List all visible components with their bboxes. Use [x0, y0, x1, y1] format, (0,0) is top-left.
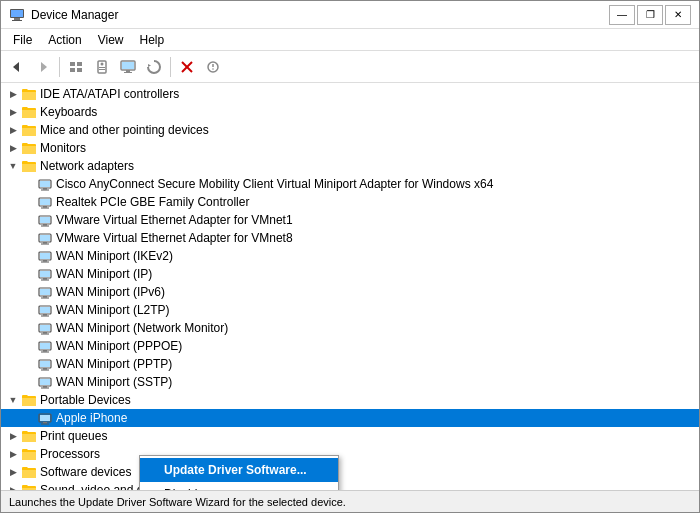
expander-print-queues[interactable] — [5, 428, 21, 444]
tree-item-portable[interactable]: Portable Devices — [1, 391, 699, 409]
tree-item-keyboards[interactable]: Keyboards — [1, 103, 699, 121]
svg-rect-9 — [77, 68, 82, 72]
toolbar-separator-1 — [59, 57, 60, 77]
expander-portable[interactable] — [5, 392, 21, 408]
folder-icon-software-dev — [21, 464, 37, 480]
menu-file[interactable]: File — [5, 31, 40, 49]
expander-apple[interactable] — [21, 410, 37, 426]
svg-rect-71 — [41, 388, 49, 389]
tree-item-vmware8[interactable]: VMware Virtual Ethernet Adapter for VMne… — [1, 229, 699, 247]
svg-rect-13 — [99, 69, 105, 70]
tree-item-wan-pppoe[interactable]: WAN Miniport (PPPOE) — [1, 337, 699, 355]
menu-help[interactable]: Help — [132, 31, 173, 49]
expander-vmware1[interactable] — [21, 212, 37, 228]
tree-label-wan-netmon: WAN Miniport (Network Monitor) — [56, 321, 228, 335]
forward-button[interactable] — [31, 55, 55, 79]
expander-network[interactable] — [5, 158, 21, 174]
expander-wan-l2tp[interactable] — [21, 302, 37, 318]
tree-label-monitors: Monitors — [40, 141, 86, 155]
close-button[interactable]: ✕ — [665, 5, 691, 25]
tree-item-mice[interactable]: Mice and other pointing devices — [1, 121, 699, 139]
properties-button[interactable] — [90, 55, 114, 79]
minimize-button[interactable]: — — [609, 5, 635, 25]
tree-item-monitors[interactable]: Monitors — [1, 139, 699, 157]
folder-icon-ide — [21, 86, 37, 102]
monitor-button[interactable] — [116, 55, 140, 79]
title-bar: Device Manager — ❐ ✕ — [1, 1, 699, 29]
folder-icon-portable — [21, 392, 37, 408]
expander-wan-netmon[interactable] — [21, 320, 37, 336]
device-icon-wan-ip — [37, 266, 53, 282]
tree-item-wan-l2tp[interactable]: WAN Miniport (L2TP) — [1, 301, 699, 319]
expander-wan-ip[interactable] — [21, 266, 37, 282]
context-menu: Update Driver Software...DisableUninstal… — [139, 455, 339, 490]
device-icon-cisco — [37, 176, 53, 192]
svg-rect-49 — [40, 289, 50, 295]
expander-wan-pptp[interactable] — [21, 356, 37, 372]
expander-wan-sstp[interactable] — [21, 374, 37, 390]
tree-item-network[interactable]: Network adapters — [1, 157, 699, 175]
view-toggle-button[interactable] — [64, 55, 88, 79]
back-button[interactable] — [5, 55, 29, 79]
tree-label-keyboards: Keyboards — [40, 105, 97, 119]
tree-item-wan-ip[interactable]: WAN Miniport (IP) — [1, 265, 699, 283]
tree-item-realtek[interactable]: Realtek PCIe GBE Family Controller — [1, 193, 699, 211]
tree-item-wan-pptp[interactable]: WAN Miniport (PPTP) — [1, 355, 699, 373]
tree-item-processors[interactable]: Processors — [1, 445, 699, 463]
tree-label-apple: Apple iPhone — [56, 411, 127, 425]
expander-vmware8[interactable] — [21, 230, 37, 246]
svg-marker-4 — [13, 62, 19, 72]
ctx-item-disable[interactable]: Disable — [140, 482, 338, 490]
svg-rect-8 — [70, 68, 75, 72]
device-icon-wan-ipv6 — [37, 284, 53, 300]
svg-rect-26 — [43, 188, 47, 190]
tree-label-ide: IDE ATA/ATAPI controllers — [40, 87, 179, 101]
svg-rect-27 — [41, 190, 49, 191]
scan-button[interactable] — [201, 55, 225, 79]
tree-item-vmware1[interactable]: VMware Virtual Ethernet Adapter for VMne… — [1, 211, 699, 229]
tree-item-ide[interactable]: IDE ATA/ATAPI controllers — [1, 85, 699, 103]
device-icon-wan-ikev2 — [37, 248, 53, 264]
delete-button[interactable] — [175, 55, 199, 79]
expander-software-dev[interactable] — [5, 464, 21, 480]
svg-rect-33 — [40, 217, 50, 223]
restore-button[interactable]: ❐ — [637, 5, 663, 25]
tree-item-software-dev[interactable]: Software devices — [1, 463, 699, 481]
expander-wan-ikev2[interactable] — [21, 248, 37, 264]
expander-mice[interactable] — [5, 122, 21, 138]
tree-item-cisco[interactable]: Cisco AnyConnect Secure Mobility Client … — [1, 175, 699, 193]
tree-label-wan-ip: WAN Miniport (IP) — [56, 267, 152, 281]
expander-realtek[interactable] — [21, 194, 37, 210]
device-icon-wan-pppoe — [37, 338, 53, 354]
expander-wan-ipv6[interactable] — [21, 284, 37, 300]
svg-rect-61 — [40, 343, 50, 349]
tree-panel[interactable]: IDE ATA/ATAPI controllersKeyboardsMice a… — [1, 83, 699, 490]
expander-sound-video[interactable] — [5, 482, 21, 490]
update-button[interactable] — [142, 55, 166, 79]
ctx-item-update-driver-software-[interactable]: Update Driver Software... — [140, 458, 338, 482]
svg-rect-31 — [41, 208, 49, 209]
svg-rect-59 — [41, 334, 49, 335]
expander-wan-pppoe[interactable] — [21, 338, 37, 354]
svg-rect-70 — [43, 386, 47, 388]
svg-rect-74 — [43, 422, 47, 424]
tree-item-apple[interactable]: Apple iPhone — [1, 409, 699, 427]
menu-action[interactable]: Action — [40, 31, 89, 49]
expander-monitors[interactable] — [5, 140, 21, 156]
tree-item-wan-ipv6[interactable]: WAN Miniport (IPv6) — [1, 283, 699, 301]
svg-rect-42 — [43, 260, 47, 262]
tree-item-wan-ikev2[interactable]: WAN Miniport (IKEv2) — [1, 247, 699, 265]
svg-rect-53 — [40, 307, 50, 313]
expander-ide[interactable] — [5, 86, 21, 102]
svg-rect-73 — [40, 415, 50, 421]
tree-item-wan-netmon[interactable]: WAN Miniport (Network Monitor) — [1, 319, 699, 337]
expander-keyboards[interactable] — [5, 104, 21, 120]
tree-item-sound-video[interactable]: Sound, video and game controllers — [1, 481, 699, 490]
tree-item-wan-sstp[interactable]: WAN Miniport (SSTP) — [1, 373, 699, 391]
tree-item-print-queues[interactable]: Print queues — [1, 427, 699, 445]
menu-view[interactable]: View — [90, 31, 132, 49]
expander-cisco[interactable] — [21, 176, 37, 192]
status-text: Launches the Update Driver Software Wiza… — [9, 496, 346, 508]
tree-label-realtek: Realtek PCIe GBE Family Controller — [56, 195, 249, 209]
expander-processors[interactable] — [5, 446, 21, 462]
